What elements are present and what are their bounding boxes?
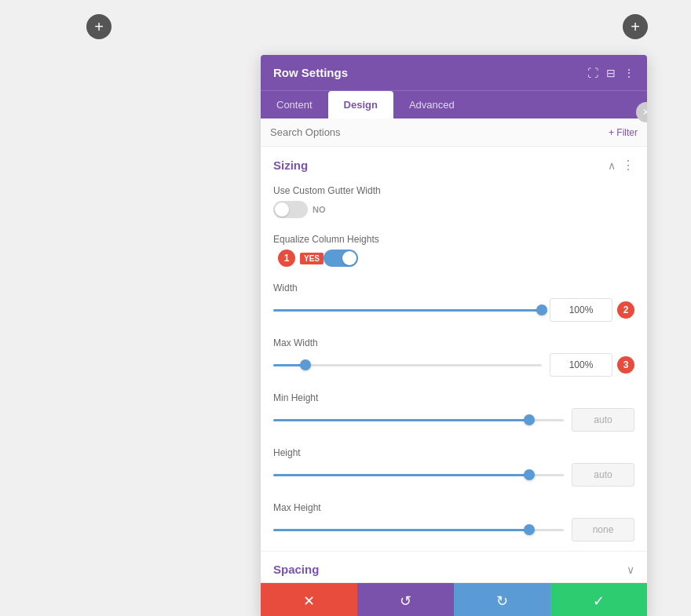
- spacing-title: Spacing: [273, 563, 319, 576]
- height-slider[interactable]: [273, 467, 564, 483]
- equalize-column-heights-label: Equalize Column Heights: [273, 234, 634, 245]
- section-collapse-icon[interactable]: ∧: [608, 159, 616, 172]
- tabs: Content Design Advanced: [261, 90, 647, 118]
- max-width-badge: 3: [617, 356, 634, 374]
- search-bar: + Filter: [261, 118, 647, 147]
- tab-design[interactable]: Design: [328, 91, 393, 118]
- max-height-value-input[interactable]: [572, 518, 634, 541]
- save-icon: ✓: [593, 592, 605, 610]
- width-value-wrapper: 2: [550, 298, 634, 322]
- more-icon[interactable]: ⋮: [623, 67, 634, 79]
- max-height-slider-thumb[interactable]: [524, 524, 535, 535]
- min-height-slider-track: [273, 419, 564, 421]
- row-settings-panel: Row Settings ⛶ ⊟ ⋮ Content Design Advanc…: [261, 55, 647, 616]
- equalize-toggle-thumb: [342, 251, 356, 265]
- width-slider-row: 2: [273, 298, 634, 322]
- min-height-label: Min Height: [273, 392, 634, 403]
- width-slider[interactable]: [273, 302, 542, 318]
- filter-button[interactable]: + Filter: [609, 127, 638, 138]
- equalize-badge: 1: [278, 250, 295, 267]
- width-value-input[interactable]: [550, 298, 612, 322]
- sizing-title: Sizing: [273, 159, 308, 172]
- use-custom-gutter-no-label: NO: [313, 205, 326, 214]
- max-width-slider-row: 3: [273, 353, 634, 377]
- height-slider-row: [273, 463, 634, 487]
- cancel-icon: ✕: [303, 592, 315, 610]
- section-menu-icon[interactable]: ⋮: [622, 158, 634, 173]
- height-value-input[interactable]: [572, 463, 634, 487]
- equalize-toggle-track[interactable]: [324, 250, 358, 267]
- min-height-slider-thumb[interactable]: [524, 414, 535, 425]
- undo-icon: ↺: [400, 592, 411, 610]
- save-button[interactable]: ✓: [550, 583, 647, 616]
- width-slider-track: [273, 309, 542, 312]
- redo-icon: ↻: [496, 592, 508, 610]
- panel-title: Row Settings: [273, 66, 348, 79]
- width-row: Width 2: [261, 276, 647, 331]
- plus-icon-right: +: [631, 18, 640, 36]
- close-icon: ✕: [642, 107, 647, 118]
- min-height-value-input[interactable]: [572, 408, 634, 432]
- max-width-row: Max Width 3: [261, 331, 647, 386]
- max-width-slider-thumb[interactable]: [300, 359, 311, 370]
- use-custom-gutter-toggle-thumb: [275, 202, 289, 217]
- search-input[interactable]: [270, 126, 609, 138]
- header-icons: ⛶ ⊟ ⋮: [587, 67, 634, 79]
- width-slider-thumb[interactable]: [536, 304, 547, 315]
- redo-button[interactable]: ↻: [454, 583, 550, 616]
- columns-icon[interactable]: ⊟: [606, 67, 616, 79]
- max-height-row: Max Height: [261, 496, 647, 551]
- panel-body: Sizing ∧ ⋮ Use Custom Gutter Width NO Eq…: [261, 147, 647, 582]
- add-button-right[interactable]: +: [623, 14, 648, 39]
- max-height-slider-row: [273, 518, 634, 541]
- height-slider-track: [273, 474, 564, 476]
- equalize-column-heights-toggle: 1 YES: [273, 250, 634, 267]
- spacing-section-header: Spacing ∨: [261, 551, 647, 582]
- width-label: Width: [273, 282, 634, 293]
- spacing-chevron-icon[interactable]: ∨: [627, 563, 634, 576]
- use-custom-gutter-toggle: NO: [273, 201, 634, 218]
- use-custom-gutter-toggle-track[interactable]: [273, 201, 308, 218]
- add-button-left[interactable]: +: [86, 14, 112, 39]
- max-width-slider-track: [273, 364, 542, 366]
- use-custom-gutter-row: Use Custom Gutter Width NO: [261, 179, 647, 228]
- section-controls: ∧ ⋮: [608, 158, 634, 173]
- max-width-value-wrapper: 3: [550, 353, 634, 377]
- max-width-slider[interactable]: [273, 357, 542, 373]
- max-height-slider-track: [273, 529, 564, 531]
- sizing-section-header: Sizing ∧ ⋮: [261, 147, 647, 179]
- tab-advanced[interactable]: Advanced: [393, 91, 470, 118]
- equalize-column-heights-row: Equalize Column Heights 1 YES: [261, 228, 647, 276]
- tab-content[interactable]: Content: [261, 91, 328, 118]
- use-custom-gutter-label: Use Custom Gutter Width: [273, 185, 634, 196]
- max-height-slider-fill: [273, 529, 529, 531]
- plus-icon-left: +: [94, 18, 104, 36]
- undo-button[interactable]: ↺: [357, 583, 454, 616]
- max-height-label: Max Height: [273, 502, 634, 513]
- min-height-slider-row: [273, 408, 634, 432]
- min-height-row: Min Height: [261, 386, 647, 441]
- height-row: Height: [261, 441, 647, 496]
- width-slider-fill: [273, 309, 542, 312]
- panel-header: Row Settings ⛶ ⊟ ⋮: [261, 55, 647, 90]
- cancel-button[interactable]: ✕: [261, 583, 357, 616]
- footer-buttons: ✕ ↺ ↻ ✓: [261, 582, 647, 616]
- height-label: Height: [273, 447, 634, 458]
- max-height-slider[interactable]: [273, 522, 564, 538]
- expand-icon[interactable]: ⛶: [587, 67, 598, 79]
- max-width-value-input[interactable]: [550, 353, 612, 377]
- height-slider-fill: [273, 474, 529, 476]
- min-height-slider-fill: [273, 419, 529, 421]
- width-badge: 2: [617, 301, 634, 319]
- min-height-slider[interactable]: [273, 412, 564, 428]
- max-width-label: Max Width: [273, 337, 634, 348]
- height-slider-thumb[interactable]: [524, 469, 535, 480]
- yes-label: YES: [300, 253, 324, 264]
